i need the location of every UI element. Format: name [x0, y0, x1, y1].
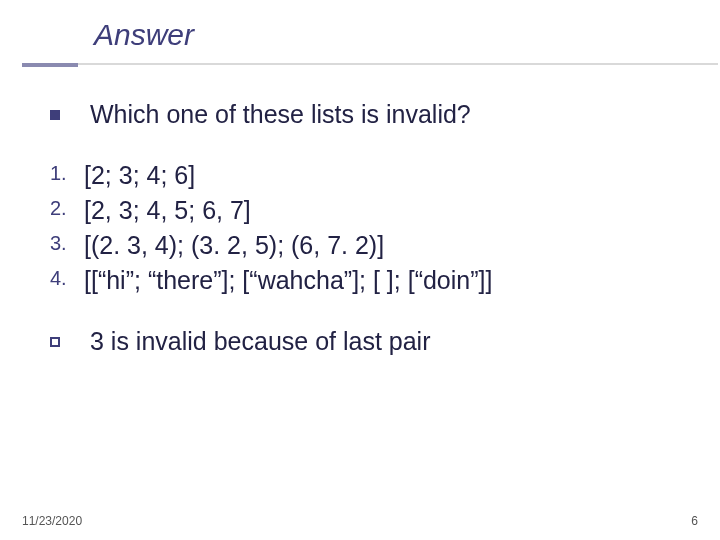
options-list: 1. [2; 3; 4; 6] 2. [2, 3; 4, 5; 6, 7] 3.…: [50, 159, 696, 297]
footer-page-number: 6: [691, 514, 698, 528]
item-number: 2.: [50, 194, 84, 220]
question-text: Which one of these lists is invalid?: [90, 98, 471, 131]
item-number: 3.: [50, 229, 84, 255]
list-item: 2. [2, 3; 4, 5; 6, 7]: [50, 194, 696, 227]
answer-row: 3 is invalid because of last pair: [50, 325, 696, 358]
slide-footer: 11/23/2020 6: [22, 514, 698, 528]
square-outline-bullet-icon: [50, 337, 60, 347]
item-text: [2, 3; 4, 5; 6, 7]: [84, 194, 251, 227]
item-text: [[“hi”; “there”]; [“wahcha”]; [ ]; [“doi…: [84, 264, 492, 297]
list-item: 4. [[“hi”; “there”]; [“wahcha”]; [ ]; [“…: [50, 264, 696, 297]
list-item: 3. [(2. 3, 4); (3. 2, 5); (6, 7. 2)]: [50, 229, 696, 262]
item-number: 4.: [50, 264, 84, 290]
slide-title: Answer: [94, 18, 720, 52]
square-bullet-icon: [50, 110, 60, 120]
title-underline: [78, 63, 718, 65]
question-row: Which one of these lists is invalid?: [50, 98, 696, 131]
item-text: [2; 3; 4; 6]: [84, 159, 195, 192]
item-number: 1.: [50, 159, 84, 185]
footer-date: 11/23/2020: [22, 514, 82, 528]
answer-text: 3 is invalid because of last pair: [90, 325, 430, 358]
item-text: [(2. 3, 4); (3. 2, 5); (6, 7. 2)]: [84, 229, 384, 262]
slide-content: Which one of these lists is invalid? 1. …: [50, 98, 696, 366]
accent-bar: [22, 63, 78, 67]
list-item: 1. [2; 3; 4; 6]: [50, 159, 696, 192]
